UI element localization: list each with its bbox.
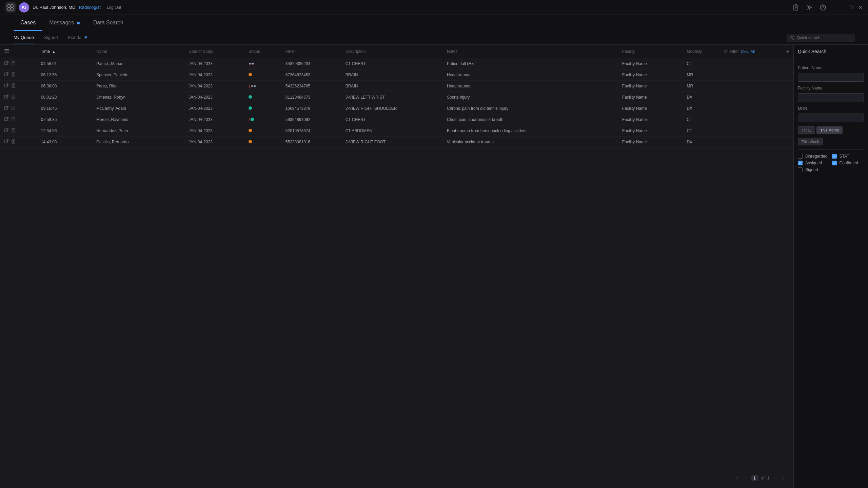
confirmed-checkbox[interactable]: [832, 161, 837, 165]
document-icon[interactable]: [12, 62, 15, 66]
first-page-button[interactable]: «: [733, 475, 740, 481]
row-mrn: 67364523453: [281, 69, 341, 81]
last-page-button[interactable]: »: [780, 475, 787, 481]
facility-name-filter: Facility Name: [798, 86, 864, 102]
col-facility-header[interactable]: Facility: [618, 45, 683, 58]
mrn-label: MRN: [798, 106, 864, 111]
row-actions: [0, 69, 37, 81]
table-row[interactable]: 14:43:03Castillo, BernardoJAN-04-2023552…: [0, 137, 793, 148]
today-button[interactable]: Today: [798, 126, 815, 134]
search-input[interactable]: [797, 36, 851, 40]
row-notes: Head trauma: [443, 69, 618, 81]
facility-name-input[interactable]: [798, 93, 864, 102]
row-description: 3-VIEW RIGHT SHOULDER: [341, 103, 443, 114]
open-case-icon[interactable]: [4, 62, 9, 66]
document-icon[interactable]: [12, 118, 15, 122]
subtab-signed[interactable]: Signed: [44, 32, 58, 43]
row-mrn: 10694573878: [281, 103, 341, 114]
assigned-checkbox-row: Assigned: [798, 161, 830, 165]
row-name: Castillo, Bernardo: [92, 137, 184, 148]
row-filter-cell: [719, 81, 793, 92]
filter-expand-icon[interactable]: ▶: [787, 49, 789, 54]
tab-cases[interactable]: Cases: [14, 16, 42, 31]
open-case-icon[interactable]: [4, 118, 9, 122]
row-notes: Patient fall (Hx): [443, 58, 618, 69]
open-case-icon[interactable]: [4, 106, 9, 111]
document-icon[interactable]: [12, 84, 15, 89]
tab-messages[interactable]: Messages: [42, 16, 86, 31]
facility-name-label: Facility Name: [798, 86, 864, 90]
open-case-icon[interactable]: [4, 95, 9, 100]
this-month-button[interactable]: This Month: [816, 126, 842, 134]
table-row[interactable]: 08:01:23Jimenez, RobynJAN-04-20238112048…: [0, 92, 793, 103]
current-page: 1: [751, 475, 758, 481]
subtab-florida[interactable]: Florida ▼: [68, 32, 88, 43]
col-notes-header[interactable]: Notes: [443, 45, 618, 58]
open-case-icon[interactable]: [4, 73, 9, 78]
document-icon[interactable]: [12, 106, 15, 111]
open-case-icon[interactable]: [4, 129, 9, 134]
prev-page-button[interactable]: ‹: [743, 475, 748, 481]
help-icon[interactable]: [820, 4, 826, 11]
assigned-checkbox[interactable]: [798, 161, 803, 165]
row-status: [244, 137, 281, 148]
patient-name-filter: Patient Name: [798, 65, 864, 82]
col-status-header[interactable]: Status: [244, 45, 281, 58]
clipboard-icon[interactable]: [792, 4, 799, 11]
page-separator: of: [761, 476, 765, 481]
row-time: 14:43:03: [37, 137, 92, 148]
col-modality-header[interactable]: Modality: [683, 45, 719, 58]
row-name: Hernandez, Peter: [92, 125, 184, 137]
row-name: Perez, Rita: [92, 81, 184, 92]
next-page-button[interactable]: ›: [772, 475, 777, 481]
open-case-icon[interactable]: [4, 140, 9, 145]
subtab-my-queue[interactable]: My Queue: [14, 32, 34, 43]
table-row[interactable]: 06:12:56Spencer, PauletteJAN-04-20236736…: [0, 69, 793, 81]
table-row[interactable]: 07:58:35Mercer, RaymondJAN-04-2023!59394…: [0, 114, 793, 125]
open-case-icon[interactable]: [4, 84, 9, 89]
stat-label: STAT: [840, 154, 849, 159]
col-description-header[interactable]: Description: [341, 45, 443, 58]
col-time-header[interactable]: Time ▲: [37, 45, 92, 58]
table-row[interactable]: 12:34:56Hernandez, PeterJAN-04-202352019…: [0, 125, 793, 137]
settings-icon[interactable]: [806, 4, 813, 11]
quick-search-box[interactable]: [787, 34, 854, 42]
clear-all-button[interactable]: Clear All: [741, 49, 755, 54]
row-time: 07:58:35: [37, 114, 92, 125]
col-mrn-header[interactable]: MRN: [281, 45, 341, 58]
svg-point-11: [791, 36, 793, 39]
status-dot: [249, 73, 252, 76]
this-week-button[interactable]: This Week: [798, 138, 823, 145]
title-bar: PJ Dr. Paul Johnson, MD Radiologist Log …: [0, 0, 868, 15]
document-icon[interactable]: [12, 95, 15, 100]
stat-checkbox[interactable]: [832, 154, 837, 159]
row-date: JAN-04-2023: [184, 103, 244, 114]
close-button[interactable]: ✕: [859, 5, 863, 10]
table-row[interactable]: 06:38:08Perez, RitaJAN-04-2023!👓54326234…: [0, 81, 793, 92]
row-actions: [0, 81, 37, 92]
signed-checkbox[interactable]: [798, 167, 803, 172]
row-facility: Facility Name: [618, 69, 683, 81]
col-actions: [0, 45, 37, 58]
row-name: Spencer, Paulette: [92, 69, 184, 81]
status-dot: [249, 106, 252, 110]
col-date-header[interactable]: Date of Study: [184, 45, 244, 58]
date-filter-buttons: Today This Month: [798, 126, 864, 134]
tab-data-search[interactable]: Data Search: [86, 16, 130, 31]
right-panel: Quick Search Patient Name Facility Name …: [793, 45, 868, 488]
logout-button[interactable]: Log Out: [107, 5, 121, 10]
svg-point-10: [823, 8, 823, 9]
document-icon[interactable]: [12, 140, 15, 145]
document-icon[interactable]: [12, 129, 15, 134]
patient-name-input[interactable]: [798, 73, 864, 82]
document-icon[interactable]: [12, 73, 15, 78]
minimize-button[interactable]: —: [839, 5, 843, 10]
signed-label: Signed: [805, 167, 818, 172]
table-row[interactable]: 04:56:01Patrick, MarianJAN-04-2023👓34829…: [0, 58, 793, 69]
table-row[interactable]: 09:16:45McCarthy, AdamJAN-04-20231069457…: [0, 103, 793, 114]
maximize-button[interactable]: ☐: [849, 5, 853, 10]
col-name-header[interactable]: Name: [92, 45, 184, 58]
row-modality: CT: [683, 114, 719, 125]
mrn-input[interactable]: [798, 114, 864, 122]
disregarded-checkbox[interactable]: [798, 154, 803, 159]
